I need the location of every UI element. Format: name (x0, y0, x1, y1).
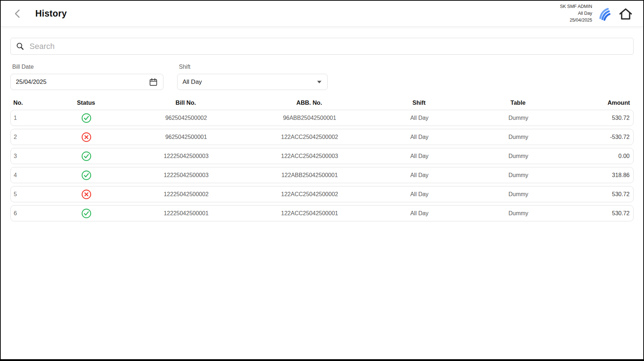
col-amount: Amount (563, 99, 634, 106)
col-abb-no: ABB. No. (253, 99, 365, 106)
col-bill-no: Bill No. (118, 99, 253, 106)
row-amount: 530.72 (564, 210, 633, 217)
calendar-icon (149, 77, 158, 87)
row-table: Dummy (473, 172, 564, 179)
row-abb-no: 122ACC25042500001 (253, 210, 366, 217)
search-icon (15, 42, 25, 51)
status-cell (54, 170, 119, 180)
row-bill-no: 12225042500002 (119, 191, 253, 198)
row-no: 6 (11, 210, 54, 217)
row-table: Dummy (473, 115, 564, 121)
row-shift: All Day (366, 191, 473, 198)
row-amount: 530.72 (564, 115, 633, 121)
table-row[interactable]: 4 12225042500003 122ABB25042500001 All D… (10, 167, 634, 183)
row-bill-no: 12225042500003 (119, 172, 253, 179)
status-success-icon (81, 113, 91, 123)
status-success-icon (81, 151, 91, 161)
status-cell (54, 132, 119, 142)
col-shift: Shift (365, 99, 473, 106)
bill-list: 1 9625042500002 96ABB25042500001 All Day… (10, 110, 634, 221)
row-no: 2 (11, 134, 54, 140)
bill-date-field[interactable]: 25/04/2025 (10, 74, 163, 90)
row-table: Dummy (473, 134, 564, 140)
row-shift: All Day (366, 153, 473, 159)
session-shift: All Day (560, 10, 592, 17)
table-row[interactable]: 1 9625042500002 96ABB25042500001 All Day… (10, 110, 634, 126)
status-cell (54, 189, 119, 199)
row-table: Dummy (473, 153, 564, 159)
row-shift: All Day (366, 134, 473, 140)
status-success-icon (81, 170, 91, 180)
row-amount: 318.86 (564, 172, 633, 179)
col-no: No. (10, 99, 54, 106)
app-window: History SK SMF ADMIN All Day 25/04/2025 (0, 0, 644, 361)
table-row[interactable]: 6 12225042500001 122ACC25042500001 All D… (10, 205, 634, 221)
search-bar (10, 38, 634, 55)
row-shift: All Day (366, 210, 473, 217)
session-user: SK SMF ADMIN (560, 3, 592, 10)
table-row[interactable]: 5 12225042500002 122ACC25042500002 All D… (10, 186, 634, 202)
home-icon (618, 6, 633, 21)
table-row[interactable]: 2 9625042500001 122ACC25042500002 All Da… (10, 129, 634, 145)
status-cancelled-icon (81, 189, 91, 199)
row-bill-no: 12225042500001 (119, 210, 253, 217)
app-header: History SK SMF ADMIN All Day 25/04/2025 (1, 1, 643, 27)
home-button[interactable] (617, 6, 634, 22)
row-amount: 0.00 (564, 153, 633, 159)
shift-value: All Day (183, 78, 202, 86)
row-table: Dummy (473, 191, 564, 198)
chevron-left-icon (12, 8, 23, 19)
table-header: No. Status Bill No. ABB. No. Shift Table… (10, 97, 634, 110)
status-cell (54, 113, 119, 123)
back-button[interactable] (11, 6, 24, 21)
row-no: 1 (11, 115, 54, 121)
row-bill-no: 9625042500001 (119, 134, 253, 140)
row-table: Dummy (473, 210, 564, 217)
bottom-bar (1, 359, 643, 361)
status-cancelled-icon (81, 132, 91, 142)
shift-label: Shift (179, 64, 328, 70)
table-row[interactable]: 3 12225042500003 122ACC25042500003 All D… (10, 148, 634, 164)
bill-date-value: 25/04/2025 (16, 78, 46, 86)
row-no: 3 (11, 153, 54, 159)
col-status: Status (54, 99, 118, 106)
row-abb-no: 122ACC25042500002 (253, 191, 366, 198)
row-no: 5 (11, 191, 54, 198)
brand-logo-icon (598, 6, 612, 21)
chevron-down-icon (316, 80, 322, 84)
status-cell (54, 208, 119, 218)
row-bill-no: 12225042500003 (119, 153, 253, 159)
filters: Bill Date 25/04/2025 Shift All Day (10, 64, 634, 90)
row-abb-no: 96ABB25042500001 (253, 115, 366, 121)
row-shift: All Day (366, 115, 473, 121)
row-shift: All Day (366, 172, 473, 179)
session-date: 25/04/2025 (560, 17, 592, 24)
col-table: Table (473, 99, 563, 106)
row-abb-no: 122ACC25042500003 (253, 153, 366, 159)
row-no: 4 (11, 172, 54, 179)
search-input[interactable] (30, 42, 629, 51)
row-abb-no: 122ABB25042500001 (253, 172, 366, 179)
status-cell (54, 151, 119, 161)
shift-select[interactable]: All Day (177, 74, 328, 90)
row-bill-no: 9625042500002 (119, 115, 253, 121)
status-success-icon (81, 208, 91, 218)
row-abb-no: 122ACC25042500002 (253, 134, 366, 140)
bill-date-label: Bill Date (12, 64, 163, 70)
page-title: History (35, 8, 67, 19)
session-info: SK SMF ADMIN All Day 25/04/2025 (560, 3, 592, 24)
row-amount: -530.72 (564, 134, 633, 140)
row-amount: 530.72 (564, 191, 633, 198)
main-content: Bill Date 25/04/2025 Shift All Day (1, 38, 643, 221)
